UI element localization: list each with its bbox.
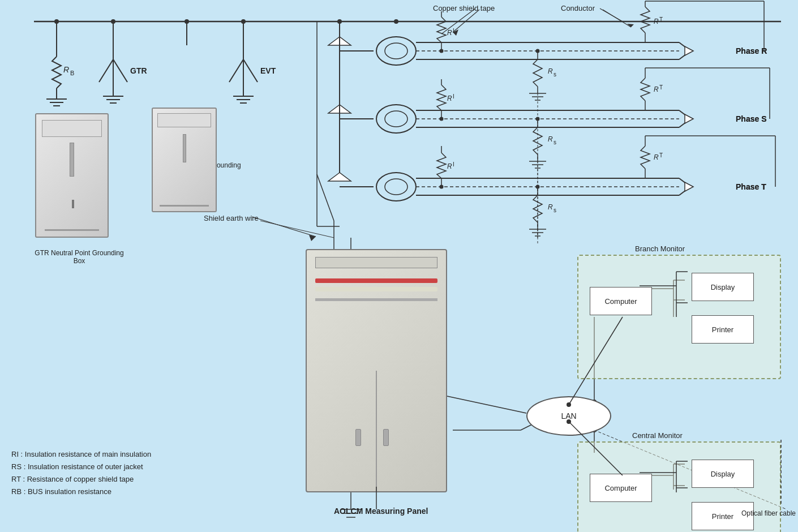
svg-text:I: I (453, 161, 454, 168)
svg-text:I: I (453, 93, 454, 100)
central-computer: Computer (590, 474, 652, 502)
svg-point-8 (185, 19, 189, 24)
central-display: Display (692, 460, 754, 488)
shield-earth-wire-label: Shield earth wire (204, 214, 259, 222)
svg-text:R: R (548, 135, 553, 143)
svg-text:s: s (554, 71, 556, 78)
legend-rs: RS : Insulation resistance of outer jack… (11, 461, 151, 473)
svg-text:R: R (654, 153, 659, 161)
phase-r-label: Phase R (736, 46, 767, 55)
svg-text:R: R (654, 85, 659, 93)
branch-monitor-label: Branch Monitor (635, 244, 685, 253)
svg-text:s: s (554, 207, 556, 213)
legend-rt: RT : Resistance of copper shield tape (11, 473, 151, 486)
aolcm-label: AOLCM Measuring Panel (334, 507, 428, 516)
svg-point-11 (394, 19, 398, 24)
svg-text:T: T (659, 16, 663, 23)
svg-text:s: s (554, 139, 556, 145)
phase-t-label: Phase T (736, 182, 766, 191)
branch-monitor-box: Branch Monitor Computer Display Printer (577, 255, 781, 379)
conductor-label: Conductor (561, 4, 595, 12)
svg-text:R: R (447, 29, 452, 37)
svg-text:T: T (659, 152, 663, 158)
diagram-container: R B GTR EVT (0, 0, 798, 532)
svg-text:T: T (659, 84, 663, 91)
svg-point-6 (54, 19, 59, 24)
svg-point-54 (440, 49, 444, 53)
branch-printer: Printer (692, 315, 754, 344)
gtr-box-label: GTR Neutral Point Grounding Box (34, 249, 125, 265)
svg-text:R: R (548, 203, 553, 211)
legend-rb: RB : BUS insulation resistance (11, 486, 151, 498)
evt-cabinet (152, 108, 217, 212)
svg-text:EVT: EVT (260, 66, 276, 75)
optical-fiber-label: Optical fiber cable (741, 509, 796, 517)
legend-ri: RI : Insulation resistance of main insul… (11, 448, 151, 461)
svg-text:GTR: GTR (130, 66, 147, 75)
branch-display: Display (692, 273, 754, 301)
svg-text:R: R (548, 67, 553, 75)
branch-computer: Computer (590, 287, 652, 315)
central-monitor-box: Central Monitor Computer Display Printer (577, 441, 781, 532)
svg-text:R: R (447, 95, 452, 102)
svg-text:R: R (63, 65, 69, 74)
svg-point-9 (241, 19, 246, 24)
lan-oval: LAN (526, 396, 611, 436)
aolcm-panel (306, 249, 447, 492)
gtr-cabinet (35, 113, 109, 238)
svg-point-7 (111, 19, 115, 24)
central-monitor-label: Central Monitor (632, 431, 683, 440)
svg-text:R: R (447, 162, 452, 170)
svg-text:I: I (453, 28, 454, 34)
svg-point-59 (536, 49, 540, 53)
svg-text:B: B (70, 70, 74, 76)
svg-text:R: R (654, 18, 659, 25)
copper-shield-tape-label: Copper shield tape (433, 4, 495, 12)
legend: RI : Insulation resistance of main insul… (11, 448, 151, 498)
phase-s-label: Phase S (736, 114, 766, 123)
